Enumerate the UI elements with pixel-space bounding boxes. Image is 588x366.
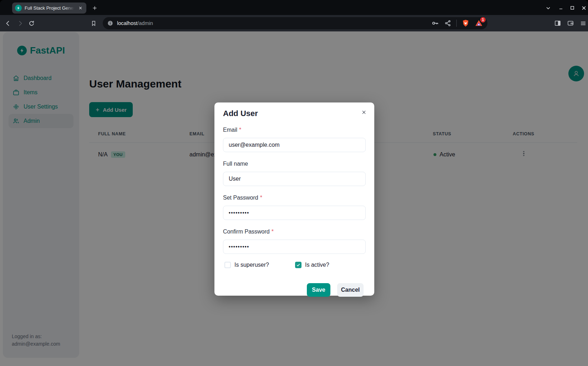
modal-close-icon[interactable] [359, 107, 369, 117]
is-superuser-checkbox[interactable]: Is superuser? [224, 262, 269, 268]
sidebar-toggle-icon[interactable] [553, 19, 562, 27]
tab-search-chevron-icon[interactable] [543, 3, 553, 12]
full-name-field[interactable] [223, 172, 366, 186]
cancel-button[interactable]: Cancel [337, 283, 364, 297]
url-path: /admin [137, 20, 153, 26]
is-active-label: Is active? [305, 262, 329, 268]
required-asterisk: * [239, 127, 241, 133]
fastapi-favicon-icon [15, 5, 22, 11]
checkbox-row: Is superuser? Is active? [223, 262, 366, 269]
save-button[interactable]: Save [307, 283, 330, 297]
brave-rewards-icon[interactable]: 1 [475, 19, 483, 27]
browser-navbar: localhost/admin 1 [0, 15, 588, 31]
saved-password-key-icon[interactable] [431, 19, 439, 27]
required-asterisk: * [260, 195, 262, 201]
forward-button[interactable] [16, 19, 24, 27]
is-active-checkbox[interactable]: Is active? [295, 262, 329, 268]
back-button[interactable] [4, 19, 12, 27]
checkbox-checked-icon[interactable] [295, 262, 301, 268]
browser-titlebar: Full Stack Project Genera [0, 0, 588, 15]
is-superuser-label: Is superuser? [234, 262, 269, 268]
email-field[interactable] [223, 138, 366, 152]
modal-buttons: Save Cancel [223, 283, 366, 297]
url-text: localhost/admin [117, 20, 431, 26]
set-password-label: Set Password* [223, 194, 366, 202]
tab-title: Full Stack Project Genera [25, 5, 74, 11]
site-info-icon[interactable] [107, 20, 113, 26]
modal-title: Add User [223, 109, 366, 118]
set-password-field[interactable] [223, 206, 366, 220]
email-label: Email* [223, 126, 366, 134]
window-minimize-button[interactable] [556, 3, 566, 12]
window-close-button[interactable] [579, 3, 588, 12]
checkbox-unchecked-icon[interactable] [224, 262, 231, 268]
window-maximize-button[interactable] [568, 3, 577, 12]
menu-hamburger-icon[interactable] [579, 19, 587, 27]
required-asterisk: * [272, 229, 274, 235]
add-user-modal: Add User Email* Full name Set Password* … [214, 102, 374, 296]
wallet-icon[interactable] [566, 19, 575, 27]
reload-button[interactable] [27, 19, 36, 27]
address-bar[interactable]: localhost/admin 1 [103, 17, 487, 29]
url-host: localhost [117, 20, 137, 26]
share-icon[interactable] [444, 20, 451, 27]
full-name-label: Full name [223, 160, 366, 168]
bookmark-icon[interactable] [89, 19, 98, 27]
confirm-password-label: Confirm Password* [223, 228, 366, 236]
brave-shields-icon[interactable] [462, 19, 470, 27]
urlbar-divider [456, 20, 457, 27]
browser-window: Full Stack Project Genera [0, 0, 588, 366]
tab-close-icon[interactable] [77, 5, 83, 11]
new-tab-button[interactable] [90, 3, 99, 12]
browser-tab[interactable]: Full Stack Project Genera [12, 2, 86, 14]
rewards-badge: 1 [480, 17, 486, 22]
confirm-password-field[interactable] [223, 240, 366, 254]
